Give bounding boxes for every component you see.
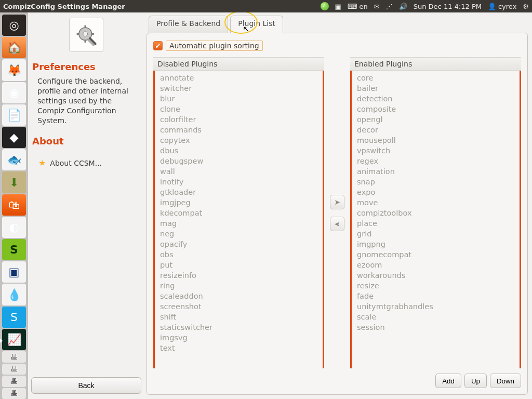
list-item[interactable]: debugspew (155, 156, 323, 166)
list-item[interactable]: scale (352, 312, 520, 322)
launcher-virtualbox[interactable]: ▣ (2, 261, 26, 283)
list-item[interactable]: mag (155, 218, 323, 229)
status-ok-icon[interactable] (321, 2, 329, 10)
launcher-device-4[interactable]: 🖶 (2, 388, 26, 399)
side-pane: Preferences Configure the backend, profi… (28, 12, 147, 399)
list-item[interactable]: compiztoolbox (352, 208, 520, 218)
launcher-device-3[interactable]: 🖶 (2, 376, 26, 387)
list-item[interactable]: opacify (155, 239, 323, 249)
list-item[interactable]: copytex (155, 135, 323, 145)
mail-icon[interactable]: ✉ (374, 3, 380, 10)
svg-rect-2 (85, 40, 87, 43)
user-menu[interactable]: 👤 cyrex (488, 3, 516, 10)
move-left-button[interactable]: ➤ (330, 217, 344, 231)
list-item[interactable]: clone (155, 104, 323, 114)
enabled-list[interactable]: corebailerdetectioncompositeopengldecorm… (350, 71, 521, 368)
keyboard-indicator[interactable]: ⌨ en (348, 3, 368, 10)
launcher-system-monitor[interactable]: 📈 (2, 329, 26, 350)
tab-bar: Profile & Backend Plugin List ↖ (149, 16, 528, 33)
launcher-skype[interactable]: S (2, 307, 26, 328)
clock[interactable]: Sun Dec 11 4:12 PM (414, 3, 482, 10)
down-button[interactable]: Down (490, 374, 521, 388)
list-item[interactable]: wall (155, 166, 323, 177)
about-ccsm-link[interactable]: ★ About CCSM... (38, 158, 141, 168)
plugin-list-page: ✔ Automatic plugin sorting Disabled Plug… (147, 33, 528, 395)
list-item[interactable]: detection (352, 94, 520, 104)
list-item[interactable]: text (155, 343, 323, 353)
list-item[interactable]: snap (352, 177, 520, 187)
list-item[interactable]: annotate (155, 73, 323, 83)
launcher-firefox[interactable]: 🦊 (2, 59, 26, 81)
launcher-inkscape[interactable]: ◆ (2, 127, 26, 148)
list-item[interactable]: composite (352, 104, 520, 114)
list-item[interactable]: switcher (155, 83, 323, 94)
launcher-device-2[interactable]: 🖶 (2, 364, 26, 375)
add-button[interactable]: Add (435, 374, 461, 388)
launcher-bluefish[interactable]: 🐟 (2, 149, 26, 170)
automatic-sorting-checkbox[interactable]: ✔ (153, 41, 163, 50)
launcher-files[interactable]: 🏠 (2, 37, 26, 58)
list-item[interactable]: session (352, 322, 520, 332)
move-right-button[interactable]: ➤ (330, 195, 344, 209)
list-item[interactable]: ezoom (352, 260, 520, 270)
list-item[interactable]: bailer (352, 83, 520, 94)
list-item[interactable]: scaleaddon (155, 291, 323, 301)
list-item[interactable]: resizeinfo (155, 270, 323, 281)
list-item[interactable]: commands (155, 125, 323, 135)
automatic-sorting-label: Automatic plugin sorting (166, 41, 263, 51)
preferences-heading: Preferences (32, 61, 141, 72)
launcher-dash[interactable]: ◎ (2, 15, 26, 36)
list-item[interactable]: shift (155, 312, 323, 322)
list-item[interactable]: resize (352, 281, 520, 291)
list-item[interactable]: staticswitcher (155, 322, 323, 332)
list-item[interactable]: screenshot (155, 301, 323, 312)
launcher-writer[interactable]: 📄 (2, 104, 26, 126)
dropbox-icon[interactable]: ▣ (335, 3, 341, 10)
launcher-downloads[interactable]: ⬇ (2, 171, 26, 193)
tab-profile-backend[interactable]: Profile & Backend (149, 16, 228, 33)
list-item[interactable]: gtkloader (155, 187, 323, 197)
tab-plugin-list[interactable]: Plugin List ↖ (230, 16, 283, 33)
launcher-chrome[interactable]: ◉ (2, 82, 26, 103)
list-item[interactable]: imgjpeg (155, 197, 323, 208)
list-item[interactable]: core (352, 73, 520, 83)
list-item[interactable]: colorfilter (155, 114, 323, 125)
disabled-list[interactable]: annotateswitcherblurclonecolorfiltercomm… (153, 71, 324, 368)
launcher-software[interactable]: 🛍 (2, 194, 26, 216)
list-item[interactable]: grid (352, 229, 520, 239)
list-item[interactable]: neg (155, 229, 323, 239)
list-item[interactable]: vpswitch (352, 145, 520, 156)
back-button[interactable]: Back (31, 377, 141, 394)
list-item[interactable]: imgsvg (155, 332, 323, 343)
list-item[interactable]: dbus (155, 145, 323, 156)
list-item[interactable]: decor (352, 125, 520, 135)
list-item[interactable]: imgpng (352, 239, 520, 249)
list-item[interactable]: kdecompat (155, 208, 323, 218)
network-icon[interactable]: ⋰ (386, 3, 393, 10)
list-item[interactable]: inotify (155, 177, 323, 187)
list-item[interactable]: put (155, 260, 323, 270)
list-item[interactable]: obs (155, 249, 323, 260)
list-item[interactable]: regex (352, 156, 520, 166)
launcher-s[interactable]: S (2, 239, 26, 260)
list-item[interactable]: animation (352, 166, 520, 177)
list-item[interactable]: workarounds (352, 270, 520, 281)
list-item[interactable]: expo (352, 187, 520, 197)
volume-icon[interactable]: 🔊 (399, 3, 407, 10)
system-gear-icon[interactable]: ⚙ (523, 3, 529, 10)
launcher-device-1[interactable]: 🖶 (2, 351, 26, 363)
list-item[interactable]: unitymtgrabhandles (352, 301, 520, 312)
ccsm-window: Preferences Configure the backend, profi… (28, 12, 532, 399)
list-item[interactable]: move (352, 197, 520, 208)
launcher-updater[interactable]: ◐ (2, 217, 26, 238)
list-item[interactable]: fade (352, 291, 520, 301)
enabled-column: Enabled Plugins corebailerdetectioncompo… (350, 57, 521, 368)
list-item[interactable]: ring (155, 281, 323, 291)
up-button[interactable]: Up (464, 374, 487, 388)
list-item[interactable]: blur (155, 94, 323, 104)
launcher-drop[interactable]: 💧 (2, 284, 26, 305)
list-item[interactable]: gnomecompat (352, 249, 520, 260)
list-item[interactable]: mousepoll (352, 135, 520, 145)
list-item[interactable]: place (352, 218, 520, 229)
list-item[interactable]: opengl (352, 114, 520, 125)
